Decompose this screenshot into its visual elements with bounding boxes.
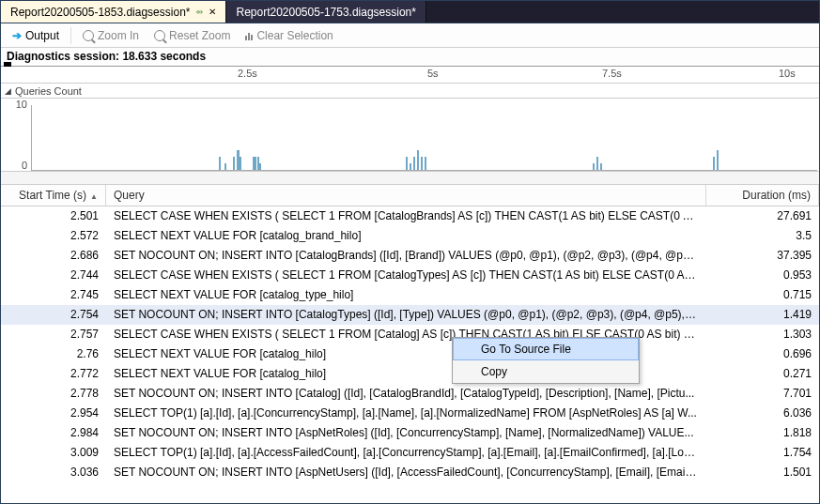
cell-query: SELECT CASE WHEN EXISTS ( SELECT 1 FROM …: [106, 268, 706, 282]
separator: [70, 27, 71, 44]
table-row[interactable]: 2.572SELECT NEXT VALUE FOR [catalog_bran…: [1, 226, 819, 246]
table-row[interactable]: 2.772SELECT NEXT VALUE FOR [catalog_hilo…: [1, 364, 819, 384]
cell-query: SET NOCOUNT ON; INSERT INTO [CatalogBran…: [106, 249, 706, 262]
chart-plot-area[interactable]: [31, 105, 817, 171]
cell-start-time: 2.76: [1, 347, 106, 360]
pin-icon[interactable]: ⇴: [195, 7, 203, 17]
cell-start-time: 2.984: [1, 426, 106, 439]
table-row[interactable]: 2.954SELECT TOP(1) [a].[Id], [a].[Concur…: [1, 404, 819, 423]
cell-duration: 27.691: [706, 209, 819, 222]
cell-query: SET NOCOUNT ON; INSERT INTO [AspNetRoles…: [106, 426, 706, 439]
table-row[interactable]: 3.036SET NOCOUNT ON; INSERT INTO [AspNet…: [1, 463, 819, 482]
cell-duration: 0.715: [706, 288, 819, 301]
chart-bar: [717, 150, 719, 170]
chart-bar: [240, 157, 241, 170]
output-arrow-icon: ➔: [12, 29, 22, 42]
cell-query: SELECT CASE WHEN EXISTS ( SELECT 1 FROM …: [106, 209, 706, 222]
splitter[interactable]: [1, 172, 819, 185]
tick-10s: 10s: [779, 68, 796, 79]
ctx-copy[interactable]: Copy: [453, 360, 639, 383]
cell-start-time: 2.744: [1, 268, 106, 282]
session-prefix: Diagnostics session:: [7, 50, 122, 63]
table-row[interactable]: 2.686SET NOCOUNT ON; INSERT INTO [Catalo…: [1, 246, 819, 266]
cell-start-time: 3.009: [1, 446, 106, 459]
cell-query: SET NOCOUNT ON; INSERT INTO [AspNetUsers…: [106, 466, 706, 479]
cell-duration: 0.953: [706, 268, 819, 282]
cell-start-time: 2.572: [1, 229, 106, 242]
chart-bar: [233, 157, 235, 170]
chart-bar: [224, 163, 226, 170]
chart-bar: [713, 157, 715, 170]
table-row[interactable]: 2.501SELECT CASE WHEN EXISTS ( SELECT 1 …: [1, 206, 819, 226]
timeline-ruler[interactable]: 2.5s 5s 7.5s 10s: [1, 67, 819, 84]
zoom-in-button[interactable]: Zoom In: [77, 27, 145, 44]
cell-duration: 0.271: [706, 367, 819, 380]
reset-zoom-button[interactable]: Reset Zoom: [148, 27, 236, 44]
chart-header[interactable]: ◢ Queries Count: [1, 84, 819, 99]
col-duration[interactable]: Duration (ms): [706, 185, 819, 206]
queries-count-chart[interactable]: 10 0: [1, 99, 819, 172]
table-row[interactable]: 2.757SELECT CASE WHEN EXISTS ( SELECT 1 …: [1, 325, 819, 344]
tick-5s: 5s: [427, 68, 439, 79]
session-value: 18.633 seconds: [122, 50, 206, 63]
cell-query: SELECT TOP(1) [a].[Id], [a].[Concurrency…: [106, 406, 706, 420]
table-row[interactable]: 2.76SELECT NEXT VALUE FOR [catalog_hilo]…: [1, 344, 819, 364]
chart-bar: [593, 163, 595, 170]
collapse-icon[interactable]: ◢: [5, 86, 11, 96]
zoom-in-icon: [83, 30, 94, 41]
output-label: Output: [25, 29, 59, 42]
cell-query: SET NOCOUNT ON; INSERT INTO [Catalog] ([…: [106, 387, 706, 400]
cell-query: SET NOCOUNT ON; INSERT INTO [CatalogType…: [106, 308, 706, 321]
table-row[interactable]: 2.754SET NOCOUNT ON; INSERT INTO [Catalo…: [1, 305, 819, 325]
tab-label: Report20200505-1853.diagsession*: [10, 6, 190, 19]
cell-start-time: 2.757: [1, 328, 106, 341]
col-query[interactable]: Query: [106, 185, 706, 206]
table-row[interactable]: 2.984SET NOCOUNT ON; INSERT INTO [AspNet…: [1, 423, 819, 443]
query-grid[interactable]: Start Time (s) Query Duration (ms) 2.501…: [1, 185, 819, 504]
cell-start-time: 2.501: [1, 209, 106, 222]
chart-bar: [600, 163, 602, 170]
chart-bar: [406, 157, 408, 170]
table-row[interactable]: 2.778SET NOCOUNT ON; INSERT INTO [Catalo…: [1, 384, 819, 404]
chart-icon: [245, 30, 253, 40]
tab-report-1853[interactable]: Report20200505-1853.diagsession* ⇴ ✕: [1, 1, 226, 23]
cell-duration: 1.419: [706, 308, 819, 321]
tick-2-5s: 2.5s: [238, 68, 257, 79]
col-start-time[interactable]: Start Time (s): [1, 185, 106, 206]
cell-duration: 6.036: [706, 406, 819, 420]
clear-selection-label: Clear Selection: [256, 29, 333, 42]
cell-duration: 0.696: [706, 347, 819, 360]
tick-7-5s: 7.5s: [602, 68, 622, 79]
grid-header: Start Time (s) Query Duration (ms): [1, 185, 819, 206]
cell-query: SELECT NEXT VALUE FOR [catalog_type_hilo…: [106, 288, 706, 301]
cell-duration: 1.818: [706, 426, 819, 439]
tab-label: Report20200505-1753.diagsession*: [236, 6, 415, 19]
zoom-in-label: Zoom In: [98, 29, 139, 42]
cell-duration: 37.395: [706, 249, 819, 262]
cell-duration: 1.754: [706, 446, 819, 459]
cell-start-time: 2.954: [1, 406, 106, 420]
session-bar: Diagnostics session: 18.633 seconds: [1, 48, 819, 67]
table-row[interactable]: 2.744SELECT CASE WHEN EXISTS ( SELECT 1 …: [1, 266, 819, 285]
cell-start-time: 3.036: [1, 466, 106, 479]
cell-query: SELECT TOP(1) [a].[Id], [a].[AccessFaile…: [106, 446, 706, 459]
context-menu: Go To Source File Copy: [452, 337, 640, 384]
chart-bar: [421, 157, 423, 170]
chart-bar: [219, 157, 221, 170]
toolbar: ➔ Output Zoom In Reset Zoom Clear Select…: [1, 23, 819, 48]
chart-bar: [410, 163, 411, 170]
output-button[interactable]: ➔ Output: [7, 27, 65, 44]
ctx-go-to-source[interactable]: Go To Source File: [453, 338, 639, 360]
cell-start-time: 2.686: [1, 249, 106, 262]
chart-title: Queries Count: [15, 85, 82, 97]
close-icon[interactable]: ✕: [209, 7, 216, 17]
chart-bar: [417, 150, 419, 170]
tab-report-1753[interactable]: Report20200505-1753.diagsession*: [226, 1, 425, 23]
cell-start-time: 2.772: [1, 367, 106, 380]
tab-bar: Report20200505-1853.diagsession* ⇴ ✕ Rep…: [1, 1, 819, 23]
chart-bar: [259, 163, 261, 170]
cell-duration: 3.5: [706, 229, 819, 242]
table-row[interactable]: 3.009SELECT TOP(1) [a].[Id], [a].[Access…: [1, 443, 819, 463]
clear-selection-button[interactable]: Clear Selection: [240, 27, 338, 44]
table-row[interactable]: 2.745SELECT NEXT VALUE FOR [catalog_type…: [1, 285, 819, 305]
